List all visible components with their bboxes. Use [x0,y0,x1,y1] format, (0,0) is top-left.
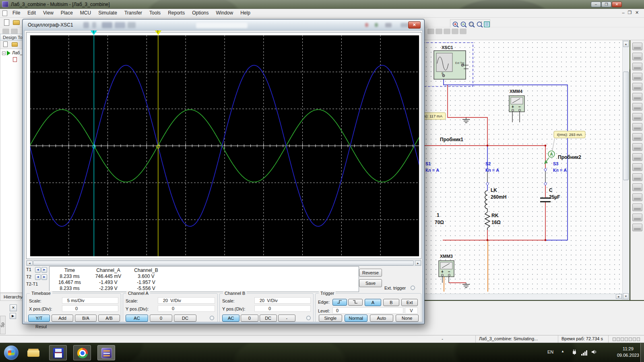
instrument-bode-plotter-icon[interactable] [632,93,642,101]
trigger-mode-auto-button[interactable]: Auto [370,315,393,322]
minimize-button[interactable]: – [591,2,601,7]
scroll-down-icon[interactable]: ▼ [623,293,629,299]
channel-a-scale-field[interactable]: 20 V/Div [158,297,215,304]
instrument-four-channel-oscilloscope-icon[interactable] [632,83,642,90]
oscilloscope-titlebar[interactable]: Осциллограф-XSC1 ✕ [23,20,424,30]
tray-expand-icon[interactable]: ▲ [561,350,564,353]
menu-edit[interactable]: Edit [24,9,39,16]
menu-mcu[interactable]: MCU [76,9,95,16]
component-icon[interactable] [427,29,434,34]
network-plug-icon[interactable] [571,349,577,355]
schematic-label[interactable]: XMM3 [440,254,453,259]
channel-b-probe-radio[interactable] [306,316,311,320]
tree-collapse-icon[interactable]: − [2,51,6,55]
schematic-label[interactable]: Пробник2 [558,154,581,160]
schematic-label[interactable]: 1 [437,212,440,218]
component-icon[interactable] [460,29,466,34]
open-file-icon[interactable] [13,20,20,25]
schematic-label[interactable]: Пробник1 [440,137,463,142]
channel-b---button[interactable]: - [278,315,295,322]
open-sheet-icon[interactable] [12,42,18,47]
dock-expand-icon[interactable]: ▶ [10,313,16,319]
timebase-a/b-button[interactable]: A/B [98,315,120,322]
reverse-button[interactable]: Reverse [359,269,382,277]
schematic-label[interactable]: Кл = A [425,168,439,173]
taskbar-multisim-button[interactable] [97,345,115,360]
menu-tools[interactable]: Tools [146,9,164,16]
maximize-button[interactable]: ❐ [601,2,611,7]
trigger-level-field[interactable]: 0 [332,307,403,314]
schematic-label[interactable]: RK [491,213,499,218]
save-button[interactable]: Save [359,279,382,287]
results-tab[interactable]: Resul [35,324,47,329]
timebase-y/t-button[interactable]: Y/T [28,315,50,322]
instrument-wattmeter-icon[interactable] [632,63,642,70]
schematic-label[interactable]: 16Ω [491,220,501,225]
channel-b-dc-button[interactable]: DC [260,315,277,322]
trigger-source-a-button[interactable]: A [365,299,381,306]
cursor-flag-2[interactable]: 2 [155,31,161,35]
component-icon[interactable] [11,29,18,34]
speaker-icon[interactable] [591,349,597,355]
instrument-network-analyzer-icon[interactable] [632,173,642,181]
taskbar-explorer-button[interactable] [25,345,43,360]
dock-close-icon[interactable]: ✕ [10,304,17,311]
new-sheet-icon[interactable] [3,41,8,47]
menu-transfer[interactable]: Transfer [121,9,146,16]
schematic-label[interactable]: XSC1 [442,45,453,50]
trigger-mode-none-button[interactable]: None [396,315,419,322]
hscroll-thumb[interactable] [33,261,414,265]
cursor-right-arrow-icon[interactable]: ► [41,274,47,280]
close-button[interactable]: ✕ [612,2,622,7]
show-desktop-button[interactable] [640,343,644,362]
menu-place[interactable]: Place [57,9,76,16]
instrument-distortion-analyzer-icon[interactable] [632,153,642,161]
schematic-label[interactable]: Кл = A [485,168,499,173]
channel-b-scale-field[interactable]: 20 V/Div [254,297,311,304]
schematic-label[interactable]: XMM4 [510,89,523,94]
scroll-right-icon[interactable]: ► [616,294,622,299]
instrument-agilent-multimeter-icon[interactable] [632,193,642,201]
component-icon[interactable] [436,29,442,34]
timebase-xpos-field[interactable]: 0 [62,305,118,312]
channel-a-dc-button[interactable]: DC [174,315,196,322]
spreadsheet-side-tab[interactable]: Sp [0,316,6,334]
menu-file[interactable]: File [9,9,24,16]
scope-screen[interactable] [30,35,419,257]
trigger-rising-edge-button[interactable] [332,299,347,306]
instrument-current-clamp-icon[interactable] [632,224,642,231]
schematic-label[interactable]: S2 [485,161,491,166]
cursor-left-arrow-icon[interactable]: ◄ [35,267,41,273]
scroll-right-icon[interactable]: ► [415,261,421,265]
new-file-icon[interactable] [4,19,9,26]
schematic-label[interactable]: 70Ω [435,220,444,225]
dialog-close-button[interactable]: ✕ [408,21,421,29]
taskbar-save-app-button[interactable] [49,345,67,360]
instrument-logic-converter-icon[interactable] [632,123,642,131]
trigger-falling-edge-button[interactable] [348,299,363,306]
taskbar-chrome-button[interactable] [73,345,91,360]
signal-bars-icon[interactable] [581,350,587,356]
schematic-label[interactable]: LK [491,187,497,193]
menu-simulate[interactable]: Simulate [95,9,121,16]
schematic-label[interactable]: Кл = A [553,168,567,173]
schematic-label[interactable]: 260mH [491,194,506,200]
timebase-add-button[interactable]: Add [52,315,73,322]
oscilloscope-dialog[interactable]: Осциллограф-XSC1 ✕ 12 ◄ ► T1◄►T2◄►T2-T1 … [22,19,425,324]
schematic-label[interactable]: S3 [553,161,558,166]
mdi-close-icon[interactable]: ✕ [634,10,640,15]
trigger-mode-single-button[interactable]: Single [319,315,342,322]
trigger-source-b-button[interactable]: B [383,299,400,306]
vscroll-thumb[interactable] [623,72,629,180]
menu-window[interactable]: Window [213,9,237,16]
cursor-right-arrow-icon[interactable]: ► [41,267,47,273]
start-button[interactable] [4,346,19,360]
trigger-source-ext-button[interactable]: Ext [401,299,418,306]
mdi-restore-icon[interactable]: ❐ [627,10,633,15]
channel-b-ac-button[interactable]: AC [222,315,239,322]
cursor-left-arrow-icon[interactable]: ◄ [35,274,41,280]
scope-hscrollbar[interactable]: ◄ ► [26,260,421,266]
menu-reports[interactable]: Reports [164,9,188,16]
instrument-multimeter-icon[interactable] [632,43,642,50]
channel-b-ypos-field[interactable]: 0 [254,305,311,312]
